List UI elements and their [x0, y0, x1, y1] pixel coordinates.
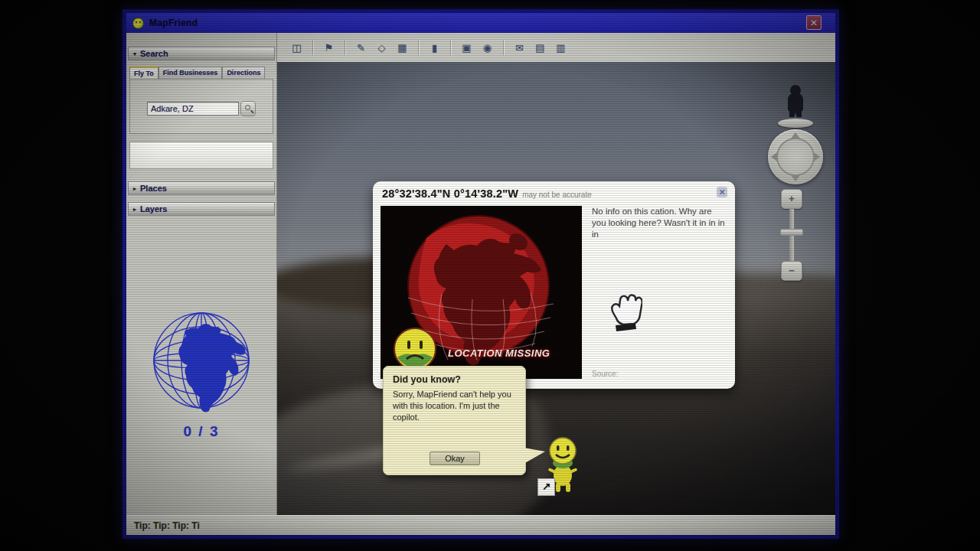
polygon-icon[interactable]: ◇ — [372, 40, 391, 56]
search-panel-label: Search — [140, 49, 168, 58]
coordinates-title: 28°32'38.4"N 0°14'38.2"W — [382, 187, 518, 200]
search-icon — [245, 105, 250, 110]
sidebar-toggle-icon[interactable]: ◫ — [287, 40, 306, 56]
pan-dial-control[interactable] — [768, 129, 823, 184]
chevron-right-icon: ▸ — [133, 185, 136, 192]
overlay-icon[interactable]: ▦ — [393, 40, 412, 56]
tab-fly-to[interactable]: Fly To — [129, 67, 158, 79]
zoom-in-button[interactable]: + — [781, 189, 802, 209]
crt-screen: MapFriend ✕ ▾ Search Fly To Find Busines… — [0, 0, 980, 551]
save-icon[interactable]: ▥ — [551, 40, 570, 56]
location-info-text: No info on this cation. Why are you look… — [592, 206, 727, 241]
search-results-list[interactable] — [129, 142, 273, 169]
smiley-app-icon — [132, 18, 144, 29]
tooltip-body: Sorry, MapFriend can't help you with thi… — [393, 389, 517, 423]
status-tip-text: Tip: Tip: Tip: Ti — [134, 520, 200, 531]
chevron-down-icon: ▾ — [133, 51, 136, 57]
email-icon[interactable]: ✉ — [510, 40, 529, 56]
status-bar: Tip: Tip: Tip: Ti — [126, 515, 835, 535]
chevron-right-icon: ▸ — [133, 206, 136, 213]
sidebar: ▾ Search Fly To Find Businesses Directio… — [126, 33, 277, 515]
location-counter: 0 / 3 — [126, 423, 276, 440]
pan-left-icon[interactable] — [771, 152, 777, 161]
tooltip-heading: Did you know? — [393, 374, 516, 385]
places-panel-label: Places — [140, 184, 167, 193]
layers-panel-label: Layers — [140, 204, 167, 214]
toolbar-separator — [418, 40, 419, 55]
pegman-control[interactable] — [773, 85, 818, 128]
window-title: MapFriend — [149, 18, 198, 28]
search-input[interactable] — [147, 102, 239, 116]
shortcut-arrow-icon[interactable]: ↗ — [537, 478, 555, 496]
ruler-icon[interactable]: ▮ — [425, 40, 444, 56]
source-label: Source: — [592, 370, 618, 378]
mapfriend-window: MapFriend ✕ ▾ Search Fly To Find Busines… — [122, 9, 839, 539]
places-panel-header[interactable]: ▸ Places — [128, 181, 275, 195]
toolbar-separator — [503, 40, 504, 55]
okay-button[interactable]: Okay — [430, 452, 480, 465]
accuracy-note: may not be accurate — [522, 191, 592, 199]
zoom-control: + − — [780, 189, 803, 281]
balloon-close-button[interactable]: ✕ — [717, 187, 727, 197]
title-bar: MapFriend ✕ — [126, 13, 835, 33]
location-missing-image: LOCATION MISSING — [381, 206, 582, 379]
map-viewport[interactable]: + − 28°32'38.4"N 0°14'38.2"W may not be … — [277, 62, 835, 515]
pan-dial-ring[interactable] — [776, 138, 815, 176]
search-button[interactable] — [240, 101, 256, 116]
image-icon[interactable]: ▣ — [457, 40, 476, 56]
search-tabs: Fly To Find Businesses Directions — [129, 67, 273, 79]
window-close-button[interactable]: ✕ — [806, 15, 822, 30]
layers-panel-header[interactable]: ▸ Layers — [128, 202, 275, 216]
placemark-icon[interactable]: ⚑ — [319, 40, 338, 56]
tab-directions[interactable]: Directions — [222, 67, 265, 79]
pencil-icon[interactable]: ✎ — [351, 40, 371, 56]
pan-down-icon[interactable] — [791, 175, 800, 181]
location-missing-caption: LOCATION MISSING — [448, 347, 550, 359]
zoom-out-button[interactable]: − — [781, 261, 802, 281]
zoom-slider-handle[interactable] — [780, 229, 803, 236]
search-panel-header[interactable]: ▾ Search — [128, 47, 275, 60]
pegman-icon — [786, 85, 805, 119]
print-icon[interactable]: ▤ — [531, 40, 550, 56]
did-you-know-tooltip: Did you know? Sorry, MapFriend can't hel… — [383, 366, 526, 475]
copilot-character[interactable]: ↗ — [537, 435, 585, 500]
grab-hand-cursor — [603, 290, 642, 336]
progress-globe: 0 / 3 — [126, 308, 276, 440]
pan-right-icon[interactable] — [814, 152, 820, 161]
pan-up-icon[interactable] — [791, 132, 800, 139]
wireframe-globe-icon — [150, 308, 253, 416]
sun-icon[interactable]: ◉ — [478, 40, 497, 56]
toolbar-separator — [450, 40, 451, 55]
toolbar: ◫ ⚑ ✎ ◇ ▦ ▮ — [277, 33, 835, 62]
toolbar-separator — [312, 40, 313, 55]
pegman-base — [778, 119, 813, 128]
toolbar-separator — [345, 40, 345, 55]
fly-to-panel — [129, 79, 273, 134]
tab-find-businesses[interactable]: Find Businesses — [158, 67, 223, 79]
location-info-balloon: 28°32'38.4"N 0°14'38.2"W may not be accu… — [373, 181, 735, 389]
